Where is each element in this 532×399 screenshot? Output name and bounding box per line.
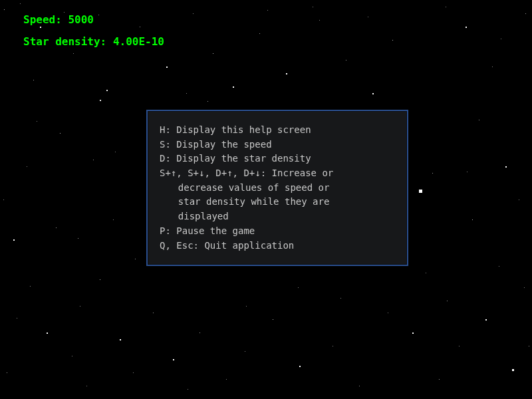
help-line-d: D: Display the star density bbox=[160, 152, 396, 166]
star bbox=[188, 389, 188, 390]
star bbox=[64, 12, 65, 13]
star bbox=[72, 356, 72, 356]
star bbox=[86, 386, 87, 386]
star bbox=[173, 359, 174, 360]
star bbox=[525, 13, 526, 14]
star bbox=[113, 219, 114, 220]
star bbox=[524, 287, 525, 288]
star bbox=[372, 93, 374, 94]
star bbox=[166, 66, 168, 68]
star bbox=[115, 152, 116, 152]
star bbox=[93, 160, 94, 160]
star bbox=[73, 53, 74, 54]
star bbox=[13, 239, 15, 241]
help-line-arrows-cont2: star density while they are bbox=[160, 195, 396, 209]
star bbox=[501, 39, 501, 39]
star bbox=[3, 200, 4, 200]
star bbox=[499, 266, 499, 267]
star bbox=[313, 7, 313, 7]
help-line-arrows: S+↑, S+↓, D+↑, D+↓: Increase or bbox=[160, 166, 396, 181]
star bbox=[153, 313, 154, 313]
star bbox=[492, 66, 493, 67]
star bbox=[432, 173, 433, 174]
star bbox=[193, 13, 194, 14]
star bbox=[100, 100, 101, 101]
star bbox=[245, 351, 245, 352]
speed-readout: Speed: 5000 bbox=[23, 13, 164, 26]
star bbox=[226, 379, 227, 380]
help-line-q: Q, Esc: Quit application bbox=[160, 239, 396, 253]
star bbox=[80, 306, 80, 307]
star bbox=[519, 200, 519, 200]
star bbox=[368, 17, 368, 17]
help-line-arrows-cont3: displayed bbox=[160, 209, 396, 224]
help-line-p: P: Pause the game bbox=[160, 224, 396, 239]
star bbox=[412, 332, 414, 334]
star bbox=[447, 301, 448, 301]
star bbox=[78, 238, 78, 239]
density-label: Star density: bbox=[23, 35, 106, 48]
star bbox=[133, 372, 134, 373]
star bbox=[47, 332, 48, 334]
star bbox=[259, 33, 260, 34]
star bbox=[388, 313, 388, 313]
star bbox=[505, 166, 507, 168]
star bbox=[479, 120, 479, 120]
star bbox=[20, 3, 21, 4]
star bbox=[207, 101, 208, 102]
star bbox=[459, 346, 460, 346]
star bbox=[426, 273, 426, 273]
game-viewport[interactable]: Speed: 5000 Star density: 4.00E-10 H: Di… bbox=[0, 0, 532, 399]
star bbox=[273, 319, 273, 320]
help-line-s: S: Display the speed bbox=[160, 138, 396, 152]
star bbox=[512, 369, 514, 371]
star bbox=[100, 279, 100, 280]
help-line-h: H: Display this help screen bbox=[160, 123, 396, 138]
star bbox=[472, 219, 473, 220]
star bbox=[485, 319, 487, 321]
star bbox=[332, 346, 333, 346]
help-screen: H: Display this help screen S: Display t… bbox=[146, 110, 408, 266]
star bbox=[359, 386, 360, 386]
speed-label: Speed: bbox=[23, 13, 62, 26]
star bbox=[246, 306, 247, 307]
star bbox=[60, 133, 61, 134]
star bbox=[419, 190, 422, 193]
density-readout: Star density: 4.00E-10 bbox=[23, 35, 164, 48]
star bbox=[439, 379, 440, 380]
star bbox=[392, 40, 393, 41]
star bbox=[56, 227, 57, 228]
star bbox=[467, 172, 467, 172]
star bbox=[298, 287, 299, 288]
star bbox=[340, 298, 341, 299]
star bbox=[33, 80, 34, 80]
hud-overlay: Speed: 5000 Star density: 4.00E-10 bbox=[23, 13, 164, 48]
star bbox=[200, 332, 200, 333]
star bbox=[7, 372, 7, 373]
star bbox=[346, 60, 346, 61]
star bbox=[233, 86, 234, 88]
star bbox=[319, 20, 320, 21]
star bbox=[106, 90, 108, 91]
density-value: 4.00E-10 bbox=[113, 35, 164, 48]
star bbox=[286, 73, 287, 74]
star bbox=[37, 121, 37, 122]
star bbox=[27, 166, 27, 167]
star bbox=[135, 259, 136, 259]
star bbox=[446, 7, 446, 7]
help-line-arrows-cont1: decrease values of speed or bbox=[160, 181, 396, 196]
star bbox=[529, 346, 529, 346]
star bbox=[213, 53, 213, 54]
star bbox=[186, 93, 187, 94]
star bbox=[30, 286, 31, 287]
star bbox=[17, 318, 17, 319]
star bbox=[299, 366, 301, 367]
star bbox=[4, 9, 5, 10]
star bbox=[267, 10, 268, 11]
star bbox=[120, 339, 121, 340]
star bbox=[466, 27, 467, 28]
speed-value: 5000 bbox=[68, 13, 94, 26]
